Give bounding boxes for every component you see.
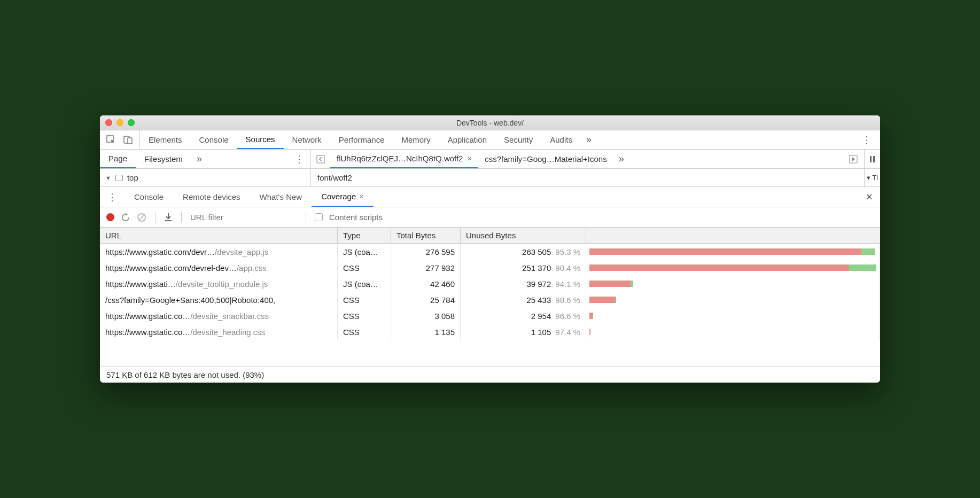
col-url[interactable]: URL bbox=[100, 228, 338, 243]
coverage-table-body: https://www.gstatic.com/devr… /devsite_a… bbox=[100, 244, 880, 367]
svg-line-8 bbox=[139, 215, 144, 220]
col-type[interactable]: Type bbox=[338, 228, 391, 243]
cell-total: 276 595 bbox=[391, 244, 461, 260]
titlebar: DevTools - web.dev/ bbox=[100, 115, 880, 130]
drawer-tab-label: Console bbox=[134, 192, 164, 201]
minimize-window-icon[interactable] bbox=[116, 119, 123, 126]
tab-audits[interactable]: Audits bbox=[541, 130, 581, 149]
settings-kebab-icon[interactable]: ⋮ bbox=[853, 130, 880, 149]
tab-memory[interactable]: Memory bbox=[393, 130, 439, 149]
drawer-tab-coverage[interactable]: Coverage× bbox=[312, 187, 374, 207]
table-row[interactable]: https://www.gstati… /devsite_tooltip_mod… bbox=[100, 276, 880, 292]
cell-usage-bar bbox=[586, 292, 880, 308]
threads-toggle[interactable]: ▾ Tl bbox=[864, 169, 880, 186]
drawer-tab-label: What's New bbox=[260, 192, 302, 201]
table-row[interactable]: /css?family=Google+Sans:400,500|Roboto:4… bbox=[100, 292, 880, 308]
debugger-pause-icon[interactable] bbox=[864, 150, 880, 168]
drawer-tab-remote-devices[interactable]: Remote devices bbox=[173, 187, 250, 207]
cell-url: https://www.gstatic.com/devr… /devsite_a… bbox=[100, 244, 338, 260]
url-filter-input[interactable] bbox=[190, 213, 297, 222]
svg-rect-6 bbox=[873, 156, 875, 162]
drawer-tab-what-s-new[interactable]: What's New bbox=[250, 187, 312, 207]
coverage-toolbar: Content scripts bbox=[100, 207, 880, 228]
col-bar bbox=[586, 228, 880, 243]
tab-elements[interactable]: Elements bbox=[140, 130, 191, 149]
devtools-window: DevTools - web.dev/ ElementsConsoleSourc… bbox=[100, 115, 880, 383]
file-tab-1[interactable]: css?family=Goog…Material+Icons bbox=[478, 150, 613, 168]
table-row[interactable]: https://www.gstatic.co… /devsite_snackba… bbox=[100, 308, 880, 324]
tab-performance[interactable]: Performance bbox=[330, 130, 393, 149]
cell-type: CSS bbox=[338, 260, 391, 276]
file-tab-label: flUhRq6tzZclQEJ…NcIhQ8tQ.woff2 bbox=[337, 154, 463, 163]
content-scripts-checkbox[interactable] bbox=[315, 213, 323, 221]
frame-icon bbox=[115, 175, 123, 181]
cell-unused: 25 43398.6 % bbox=[461, 292, 586, 308]
tree-expand-icon[interactable]: ▼ bbox=[105, 175, 111, 181]
cell-total: 42 460 bbox=[391, 276, 461, 292]
cell-type: JS (coa… bbox=[338, 276, 391, 292]
sources-subtoolbar: PageFilesystem » ⋮ flUhRq6tzZclQEJ…NcIhQ… bbox=[100, 150, 880, 169]
drawer-kebab-icon[interactable]: ⋮ bbox=[100, 187, 125, 207]
table-row[interactable]: https://www.gstatic.co… /devsite_heading… bbox=[100, 324, 880, 340]
nav-run-snippet-icon[interactable] bbox=[843, 150, 864, 168]
cell-unused: 2 95496.6 % bbox=[461, 308, 586, 324]
svg-rect-2 bbox=[128, 138, 132, 144]
coverage-status-text: 571 KB of 612 KB bytes are not used. (93… bbox=[106, 370, 264, 379]
cell-usage-bar bbox=[586, 276, 880, 292]
file-tab-0[interactable]: flUhRq6tzZclQEJ…NcIhQ8tQ.woff2× bbox=[330, 150, 478, 168]
file-tabs-overflow-icon[interactable]: » bbox=[613, 150, 629, 168]
export-icon[interactable] bbox=[164, 213, 173, 222]
cell-usage-bar bbox=[586, 260, 880, 276]
cell-usage-bar bbox=[586, 244, 880, 260]
drawer-tab-label: Coverage bbox=[321, 192, 356, 201]
drawer-close-icon[interactable]: ✕ bbox=[858, 187, 880, 207]
clear-icon[interactable] bbox=[137, 213, 146, 222]
col-unused[interactable]: Unused Bytes bbox=[461, 228, 586, 243]
tab-network[interactable]: Network bbox=[284, 130, 330, 149]
page-tree[interactable]: ▼ top bbox=[100, 169, 311, 186]
cell-total: 25 784 bbox=[391, 292, 461, 308]
sidebar-kebab-icon[interactable]: ⋮ bbox=[288, 150, 310, 168]
drawer-tab-label: Remote devices bbox=[183, 192, 240, 201]
file-tab-label: css?family=Goog…Material+Icons bbox=[485, 154, 606, 164]
reload-icon[interactable] bbox=[121, 213, 130, 222]
close-window-icon[interactable] bbox=[105, 119, 112, 126]
cell-url: /css?family=Google+Sans:400,500|Roboto:4… bbox=[100, 292, 338, 308]
inspect-icon[interactable] bbox=[106, 135, 116, 145]
svg-rect-5 bbox=[870, 156, 872, 162]
tab-sources[interactable]: Sources bbox=[237, 130, 284, 149]
zoom-window-icon[interactable] bbox=[128, 119, 135, 126]
table-row[interactable]: https://www.gstatic.com/devr… /devsite_a… bbox=[100, 244, 880, 260]
tab-console[interactable]: Console bbox=[191, 130, 237, 149]
table-row[interactable]: https://www.gstatic.com/devrel-dev… /app… bbox=[100, 260, 880, 276]
close-icon[interactable]: × bbox=[359, 192, 364, 201]
content-scripts-label: Content scripts bbox=[329, 213, 383, 222]
tab-application[interactable]: Application bbox=[439, 130, 495, 149]
record-icon[interactable] bbox=[106, 213, 114, 221]
cell-type: CSS bbox=[338, 308, 391, 324]
main-toolbar: ElementsConsoleSourcesNetworkPerformance… bbox=[100, 130, 880, 150]
coverage-table-header: URL Type Total Bytes Unused Bytes bbox=[100, 228, 880, 244]
cell-usage-bar bbox=[586, 308, 880, 324]
sources-sidebar-tabs: PageFilesystem » ⋮ bbox=[100, 150, 311, 168]
coverage-status: 571 KB of 612 KB bytes are not used. (93… bbox=[100, 367, 880, 383]
sidebar-tabs-overflow-icon[interactable]: » bbox=[191, 150, 207, 168]
drawer-tabstrip: ⋮ ConsoleRemote devicesWhat's NewCoverag… bbox=[100, 187, 880, 207]
cell-unused: 251 37090.4 % bbox=[461, 260, 586, 276]
col-total[interactable]: Total Bytes bbox=[391, 228, 461, 243]
main-tabs-overflow-icon[interactable]: » bbox=[581, 130, 597, 149]
cell-url: https://www.gstatic.com/devrel-dev… /app… bbox=[100, 260, 338, 276]
cell-url: https://www.gstati… /devsite_tooltip_mod… bbox=[100, 276, 338, 292]
drawer-tab-console[interactable]: Console bbox=[125, 187, 173, 207]
tab-security[interactable]: Security bbox=[495, 130, 541, 149]
sidebar-tab-filesystem[interactable]: Filesystem bbox=[136, 150, 191, 168]
svg-rect-3 bbox=[317, 155, 324, 163]
close-icon[interactable]: × bbox=[467, 154, 472, 163]
device-toggle-icon[interactable] bbox=[123, 135, 133, 145]
nav-history-back-icon[interactable] bbox=[311, 150, 330, 168]
cell-url: https://www.gstatic.co… /devsite_heading… bbox=[100, 324, 338, 340]
sidebar-tab-page[interactable]: Page bbox=[100, 150, 136, 168]
tree-top-label: top bbox=[127, 173, 138, 182]
cell-total: 277 932 bbox=[391, 260, 461, 276]
cell-total: 1 135 bbox=[391, 324, 461, 340]
